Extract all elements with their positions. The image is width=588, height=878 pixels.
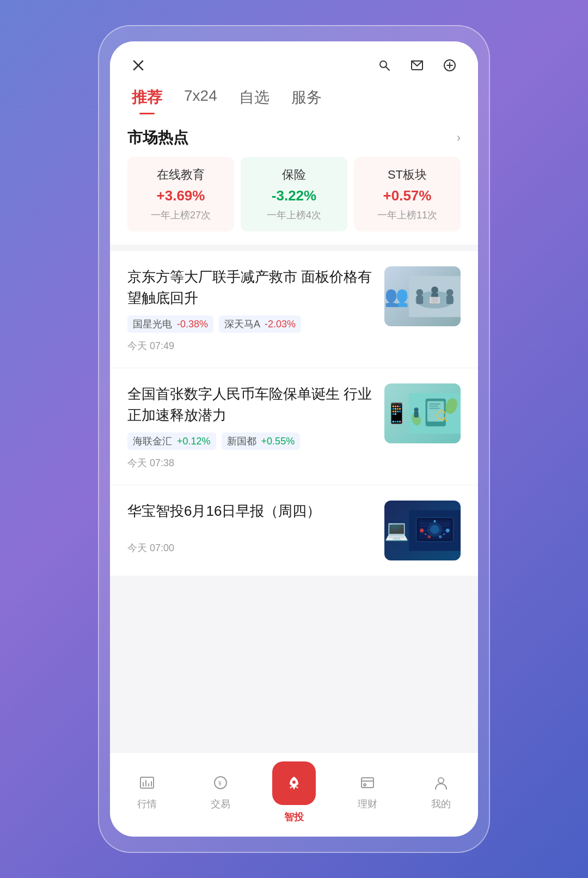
news-tag-1-1[interactable]: 国星光电 -0.38% bbox=[127, 315, 213, 333]
svg-point-46 bbox=[433, 520, 436, 522]
app-container: 推荐 7x24 自选 服务 市场热点 › 在线教育 +3.69% 一年上榜27次 bbox=[110, 41, 478, 837]
market-card-st[interactable]: ST板块 +0.57% 一年上榜11次 bbox=[354, 157, 461, 231]
news-left-2: 全国首张数字人民币车险保单诞生 行业正加速释放潜力 海联金汇 +0.12% 新国… bbox=[127, 383, 373, 470]
tag-name-2-1: 海联金汇 bbox=[133, 436, 172, 447]
svg-point-2 bbox=[380, 61, 387, 68]
card-change-st: +0.57% bbox=[360, 187, 454, 204]
card-change-insurance: -3.22% bbox=[247, 187, 341, 204]
nav-label-market: 行情 bbox=[137, 797, 157, 810]
close-button[interactable] bbox=[127, 54, 149, 76]
tag-change-2-2: +0.55% bbox=[261, 436, 295, 447]
header-right-icons bbox=[373, 54, 461, 76]
news-image-3 bbox=[384, 501, 461, 560]
tab-7x24[interactable]: 7x24 bbox=[184, 87, 217, 114]
card-change-education: +3.69% bbox=[134, 187, 228, 204]
news-left-3: 华宝智投6月16日早报（周四） 今天 07:00 bbox=[127, 501, 373, 554]
news-time-3: 今天 07:00 bbox=[127, 541, 373, 554]
nav-item-finance[interactable]: 理财 bbox=[331, 775, 405, 810]
nav-item-trade[interactable]: ¥ 交易 bbox=[183, 775, 257, 810]
nav-label-finance: 理财 bbox=[358, 797, 377, 810]
card-sub-insurance: 一年上榜4次 bbox=[247, 209, 341, 222]
nav-label-trade: 交易 bbox=[211, 797, 230, 810]
svg-point-41 bbox=[428, 535, 431, 538]
message-button[interactable] bbox=[406, 54, 428, 76]
svg-rect-58 bbox=[362, 781, 373, 782]
nav-icon-zhitou bbox=[272, 761, 316, 805]
phone-frame: 推荐 7x24 自选 服务 市场热点 › 在线教育 +3.69% 一年上榜27次 bbox=[98, 25, 490, 853]
svg-rect-16 bbox=[430, 296, 440, 303]
nav-item-market[interactable]: 行情 bbox=[110, 775, 183, 810]
svg-point-14 bbox=[446, 289, 454, 296]
svg-point-42 bbox=[439, 535, 442, 538]
news-tags-2: 海联金汇 +0.12% 新国都 +0.55% bbox=[127, 432, 373, 450]
search-button[interactable] bbox=[373, 54, 395, 76]
svg-point-47 bbox=[425, 533, 426, 535]
news-tag-2-2[interactable]: 新国都 +0.55% bbox=[222, 432, 301, 450]
add-button[interactable] bbox=[439, 54, 461, 76]
tab-recommend[interactable]: 推荐 bbox=[132, 87, 162, 114]
main-content: 市场热点 › 在线教育 +3.69% 一年上榜27次 保险 -3.22% 一年上… bbox=[110, 114, 478, 752]
news-item-1[interactable]: 京东方等大厂联手减产救市 面板价格有望触底回升 国星光电 -0.38% 深天马A… bbox=[110, 251, 478, 368]
news-tags-1: 国星光电 -0.38% 深天马A -2.03% bbox=[127, 315, 373, 333]
news-item-3[interactable]: 华宝智投6月16日早报（周四） 今天 07:00 bbox=[110, 485, 478, 576]
nav-icon-finance bbox=[360, 775, 375, 794]
svg-rect-21 bbox=[429, 404, 440, 405]
news-title-3: 华宝智投6月16日早报（周四） bbox=[127, 501, 373, 522]
svg-point-39 bbox=[420, 529, 424, 533]
market-card-insurance[interactable]: 保险 -3.22% 一年上榜4次 bbox=[241, 157, 347, 231]
svg-point-56 bbox=[292, 781, 296, 784]
news-title-1: 京东方等大厂联手减产救市 面板价格有望触底回升 bbox=[127, 266, 373, 309]
news-item-2[interactable]: 全国首张数字人民币车险保单诞生 行业正加速释放潜力 海联金汇 +0.12% 新国… bbox=[110, 368, 478, 485]
tag-change-2-1: +0.12% bbox=[177, 436, 211, 447]
news-tag-2-1[interactable]: 海联金汇 +0.12% bbox=[127, 432, 216, 450]
nav-item-zhitou[interactable]: 智投 bbox=[257, 761, 330, 824]
nav-icon-market bbox=[139, 775, 155, 794]
bottom-nav: 行情 ¥ 交易 bbox=[110, 752, 478, 837]
tag-name-1-1: 国星光电 bbox=[133, 319, 172, 330]
svg-rect-57 bbox=[362, 778, 373, 788]
tab-bar: 推荐 7x24 自选 服务 bbox=[127, 87, 461, 114]
card-name-insurance: 保险 bbox=[247, 167, 341, 183]
market-section-header: 市场热点 › bbox=[110, 114, 478, 157]
news-img-digital bbox=[384, 383, 461, 443]
news-img-meeting bbox=[384, 266, 461, 326]
tag-name-1-2: 深天马A bbox=[224, 319, 260, 330]
tab-service[interactable]: 服务 bbox=[291, 87, 322, 114]
svg-text:¥: ¥ bbox=[218, 779, 222, 787]
svg-point-12 bbox=[431, 286, 438, 293]
news-title-2: 全国首张数字人民币车险保单诞生 行业正加速释放潜力 bbox=[127, 383, 373, 426]
svg-point-34 bbox=[430, 525, 439, 534]
tag-change-1-1: -0.38% bbox=[177, 319, 208, 330]
nav-label-zhitou: 智投 bbox=[284, 810, 304, 824]
market-section-arrow[interactable]: › bbox=[457, 131, 461, 145]
tag-name-2-2: 新国都 bbox=[227, 436, 256, 447]
news-time-1: 今天 07:49 bbox=[127, 339, 373, 352]
nav-icon-mine bbox=[433, 775, 449, 794]
news-img-tech bbox=[384, 501, 461, 560]
market-section-title: 市场热点 bbox=[127, 127, 188, 148]
svg-rect-15 bbox=[446, 295, 454, 304]
svg-rect-22 bbox=[429, 406, 438, 407]
market-card-education[interactable]: 在线教育 +3.69% 一年上榜27次 bbox=[127, 157, 234, 231]
card-name-education: 在线教育 bbox=[134, 167, 228, 183]
news-left-1: 京东方等大厂联手减产救市 面板价格有望触底回升 国星光电 -0.38% 深天马A… bbox=[127, 266, 373, 352]
svg-rect-17 bbox=[428, 303, 442, 304]
news-time-2: 今天 07:38 bbox=[127, 456, 373, 470]
news-tag-1-2[interactable]: 深天马A -2.03% bbox=[219, 315, 301, 333]
svg-point-40 bbox=[446, 529, 450, 533]
market-cards: 在线教育 +3.69% 一年上榜27次 保险 -3.22% 一年上榜4次 ST板… bbox=[110, 157, 478, 245]
header-icons bbox=[127, 54, 461, 76]
svg-point-60 bbox=[438, 778, 444, 783]
svg-point-48 bbox=[443, 533, 445, 535]
header: 推荐 7x24 自选 服务 bbox=[110, 41, 478, 114]
svg-rect-29 bbox=[414, 412, 419, 418]
card-sub-st: 一年上榜11次 bbox=[360, 209, 454, 222]
svg-line-3 bbox=[386, 67, 389, 70]
svg-point-10 bbox=[416, 289, 423, 296]
news-image-1 bbox=[384, 266, 461, 326]
nav-icon-trade: ¥ bbox=[213, 775, 228, 794]
tab-watchlist[interactable]: 自选 bbox=[239, 87, 270, 114]
news-section: 京东方等大厂联手减产救市 面板价格有望触底回升 国星光电 -0.38% 深天马A… bbox=[110, 251, 478, 576]
svg-point-28 bbox=[414, 407, 419, 412]
nav-item-mine[interactable]: 我的 bbox=[405, 775, 478, 810]
